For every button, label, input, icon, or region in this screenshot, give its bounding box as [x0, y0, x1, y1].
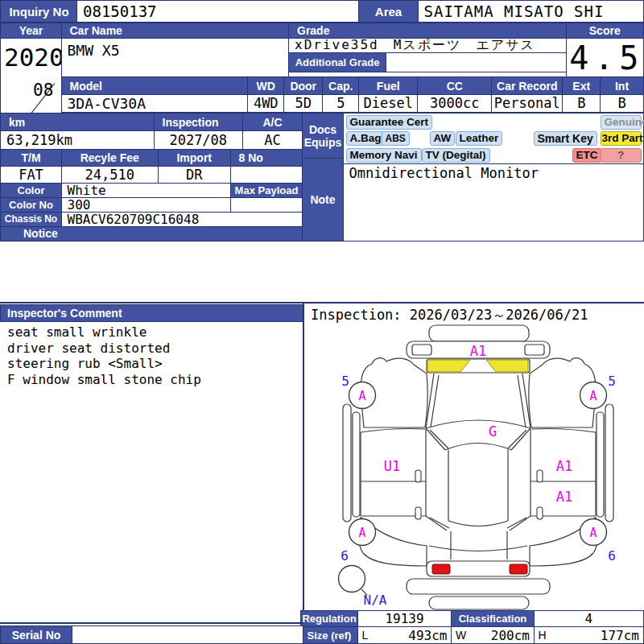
right-a-pillar-inner — [518, 375, 526, 427]
recycle-fee-label: Recyle Fee — [61, 149, 159, 167]
height-label: H — [539, 629, 547, 642]
car-condition-diagram: A1 G U1 A1 A1 A A A A 5 5 6 6 N/A — [304, 320, 644, 612]
import-label: Import — [158, 149, 232, 167]
badge-leather: Leather — [456, 131, 503, 146]
rear-lower-bar — [429, 597, 529, 609]
length-cell: L 493cm — [357, 626, 452, 644]
width-value: 200cm — [491, 628, 530, 643]
right-front-door-handle — [537, 470, 543, 482]
color-label: Color — [0, 183, 62, 199]
door-value: 5D — [283, 94, 324, 114]
right-c-pillar — [510, 516, 530, 530]
serial-no-value — [72, 625, 303, 644]
equipment-badges: Guarantee Cert Genuine A.Bag ABS AW Leat… — [343, 113, 644, 165]
left-shoulder-line — [361, 429, 425, 433]
max-payload-value — [230, 197, 303, 213]
inquiry-no-value: 08150137 — [76, 0, 360, 23]
car-name-label: Car Name — [61, 23, 290, 39]
left-rear-door-handle — [415, 507, 421, 519]
note-value: Omnidirectional Monitor — [343, 163, 644, 242]
front-right-wheel-mark: A — [589, 389, 597, 403]
comment-line: seat small wrinkle — [7, 324, 201, 341]
inspection-value: 2027/08 — [154, 130, 244, 151]
car-name-value: BMW X5 — [61, 38, 290, 78]
additional-grade-value — [386, 52, 568, 72]
badge-unknown: ? — [601, 148, 642, 163]
comment-line: driver seat distorted — [7, 341, 201, 357]
serial-divider — [0, 622, 303, 624]
docs-equips-label: Docs Equips — [302, 113, 344, 159]
cap-label: Cap. — [322, 76, 360, 95]
left-c-pillar2 — [430, 518, 449, 528]
windshield-outer-arc — [426, 420, 530, 428]
year-label: Year — [0, 23, 62, 39]
ac-label: A/C — [242, 113, 303, 131]
front-left-tire-depth: 5 — [341, 374, 349, 389]
score-value: 4.5 — [566, 38, 644, 78]
left-headlight — [412, 345, 431, 355]
note-label: Note — [302, 158, 344, 242]
badge-smart-key: Smart Key — [534, 131, 597, 146]
front-right-tire-depth: 5 — [608, 374, 616, 389]
left-c-pillar — [426, 516, 447, 530]
badge-airbag: A.Bag — [346, 131, 386, 146]
area-label: Area — [358, 0, 419, 23]
grade-value: xDrive35d Mスポーツ エアサス — [288, 38, 567, 54]
wd-label: WD — [247, 76, 285, 95]
badge-3rd-party: 3rd Party — [601, 131, 642, 146]
right-rear-door-handle — [537, 507, 543, 519]
right-outer-sill — [605, 404, 613, 522]
ac-value: AC — [242, 130, 303, 151]
chassis-no-value: WBACV620709C16048 — [61, 212, 303, 228]
inspector-comment-label: Inspector's Comment — [0, 304, 303, 322]
comment-line: F window small stone chip — [7, 372, 201, 388]
length-label: L — [362, 629, 369, 642]
year-number: 2020 — [4, 43, 62, 72]
fuel-value: Diesel — [358, 94, 419, 114]
fuel-label: Fuel — [358, 76, 419, 95]
height-value: 177cm — [601, 628, 639, 643]
left-a-pillar-inner — [431, 375, 439, 427]
windshield-left-edge — [426, 428, 445, 450]
inspection-label: Inspection — [154, 113, 244, 131]
size-ref-label: Size (ref) — [300, 626, 358, 644]
left-front-door-handle — [415, 470, 421, 482]
windshield-left-edge2 — [430, 430, 448, 448]
comment-line: steering rub <Small> — [7, 356, 201, 372]
right-headlight — [525, 345, 544, 355]
int-value: B — [600, 94, 644, 114]
badge-etc: ETC — [572, 148, 602, 163]
badge-genuine: Genuine — [601, 115, 642, 130]
rear-bumper-bar — [407, 579, 550, 594]
score-label: Score — [566, 23, 644, 39]
car-record-value: Personal — [491, 94, 564, 114]
model-label: Model — [61, 76, 249, 95]
badge-guarantee-cert: Guarantee Cert — [346, 115, 433, 130]
windshield-right-edge2 — [508, 430, 526, 448]
length-value: 493cm — [408, 628, 447, 643]
ext-value: B — [562, 94, 601, 114]
grade-label: Grade — [288, 23, 567, 39]
color-no-value: 300 — [61, 197, 232, 213]
left-inner-sill — [353, 412, 360, 517]
wd-value: 4WD — [247, 94, 285, 114]
badge-tv-digital: TV (Degital) — [422, 148, 490, 163]
regulation-value: 19139 — [357, 610, 452, 628]
rear-right-tire-depth: 6 — [608, 548, 616, 564]
windshield-right-edge — [511, 428, 530, 450]
width-label: W — [456, 629, 466, 642]
badge-memory-navi: Memory Navi — [346, 148, 422, 163]
car-record-label: Car Record — [491, 76, 564, 95]
spare-tire — [339, 566, 365, 592]
regulation-label: Regulation — [300, 610, 358, 628]
right-rear-door-mark: A1 — [556, 489, 572, 505]
section-divider — [0, 302, 644, 303]
auction-sheet: { "colors": { "header_blue": "#4152a0", … — [0, 0, 644, 644]
badge-abs: ABS — [382, 131, 410, 146]
width-cell: W 200cm — [451, 626, 535, 644]
eight-no-value — [230, 166, 303, 184]
left-door-mark: U1 — [384, 458, 400, 474]
cc-label: CC — [417, 76, 493, 95]
spare-tire-mark: N/A — [364, 592, 387, 608]
rear-left-tire-depth: 6 — [341, 548, 349, 564]
